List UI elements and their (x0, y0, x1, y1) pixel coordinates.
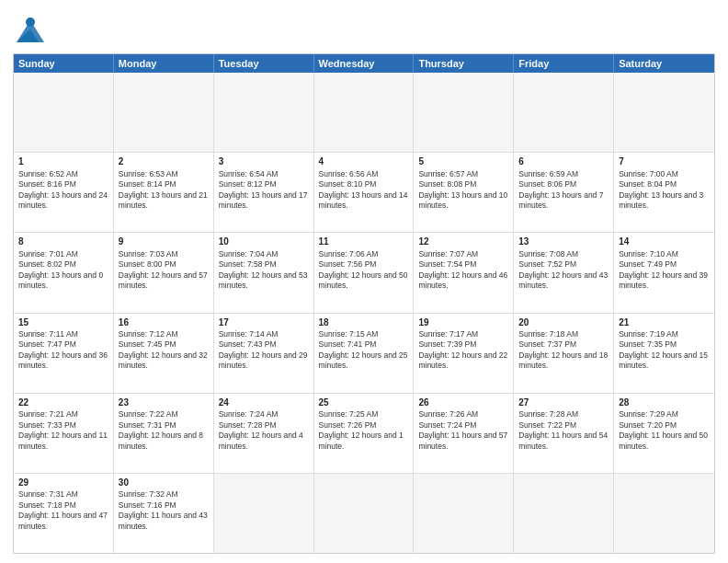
sunrise: Sunrise: 6:56 AM (319, 169, 379, 178)
day-number: 3 (219, 155, 309, 168)
calendar-row (14, 73, 714, 152)
sunset: Sunset: 7:47 PM (18, 339, 76, 349)
daylight: Daylight: 13 hours and 14 minutes. (319, 190, 408, 210)
calendar-cell (214, 73, 314, 152)
daylight: Daylight: 12 hours and 22 minutes. (418, 350, 507, 370)
calendar-cell (314, 474, 415, 553)
daylight: Daylight: 12 hours and 32 minutes. (119, 350, 208, 370)
day-number: 6 (518, 155, 609, 168)
calendar-row: 29Sunrise: 7:31 AMSunset: 7:18 PMDayligh… (14, 473, 714, 553)
calendar-cell (614, 73, 714, 152)
calendar-cell: 5Sunrise: 6:57 AMSunset: 8:08 PMDaylight… (414, 153, 514, 232)
day-number: 24 (219, 396, 309, 409)
calendar-cell: 27Sunrise: 7:28 AMSunset: 7:22 PMDayligh… (514, 394, 614, 473)
sunset: Sunset: 8:08 PM (418, 179, 476, 189)
calendar-cell: 8Sunrise: 7:01 AMSunset: 8:02 PMDaylight… (14, 233, 114, 312)
calendar-body: 1Sunrise: 6:52 AMSunset: 8:16 PMDaylight… (14, 73, 714, 553)
daylight: Daylight: 12 hours and 1 minute. (319, 431, 404, 450)
calendar-cell: 29Sunrise: 7:31 AMSunset: 7:18 PMDayligh… (14, 474, 114, 553)
calendar-cell: 14Sunrise: 7:10 AMSunset: 7:49 PMDayligh… (614, 233, 714, 312)
daylight: Daylight: 11 hours and 47 minutes. (18, 511, 108, 530)
day-number: 18 (319, 316, 409, 329)
header-cell-sunday: Sunday (14, 54, 114, 73)
daylight: Daylight: 12 hours and 4 minutes. (219, 431, 303, 450)
calendar-cell: 2Sunrise: 6:53 AMSunset: 8:14 PMDaylight… (114, 153, 214, 232)
day-number: 14 (619, 236, 710, 248)
calendar-cell: 6Sunrise: 6:59 AMSunset: 8:06 PMDaylight… (514, 153, 614, 232)
calendar-cell: 3Sunrise: 6:54 AMSunset: 8:12 PMDaylight… (214, 153, 314, 232)
daylight: Daylight: 13 hours and 24 minutes. (18, 190, 108, 210)
sunrise: Sunrise: 7:17 AM (418, 329, 478, 339)
daylight: Daylight: 13 hours and 17 minutes. (219, 190, 308, 210)
header (13, 9, 715, 48)
sunset: Sunset: 7:16 PM (119, 500, 176, 510)
header-cell-saturday: Saturday (614, 54, 714, 73)
daylight: Daylight: 11 hours and 50 minutes. (619, 431, 708, 450)
sunset: Sunset: 7:45 PM (119, 339, 176, 349)
daylight: Daylight: 12 hours and 50 minutes. (319, 270, 408, 290)
calendar-cell: 22Sunrise: 7:21 AMSunset: 7:33 PMDayligh… (14, 394, 114, 473)
sunset: Sunset: 7:31 PM (119, 420, 176, 430)
daylight: Daylight: 11 hours and 43 minutes. (119, 511, 208, 530)
day-number: 9 (119, 236, 209, 248)
daylight: Daylight: 13 hours and 3 minutes. (619, 190, 703, 210)
calendar-cell (614, 474, 714, 553)
sunrise: Sunrise: 7:26 AM (418, 409, 478, 419)
daylight: Daylight: 13 hours and 7 minutes. (518, 190, 603, 210)
sunrise: Sunrise: 7:14 AM (219, 329, 279, 339)
calendar-row: 1Sunrise: 6:52 AMSunset: 8:16 PMDaylight… (14, 152, 714, 232)
calendar-cell: 11Sunrise: 7:06 AMSunset: 7:56 PMDayligh… (314, 233, 415, 312)
sunset: Sunset: 8:12 PM (219, 179, 277, 189)
daylight: Daylight: 12 hours and 29 minutes. (219, 350, 308, 370)
daylight: Daylight: 12 hours and 15 minutes. (619, 350, 708, 370)
sunset: Sunset: 8:00 PM (119, 259, 176, 269)
day-number: 15 (18, 316, 108, 329)
sunrise: Sunrise: 7:07 AM (418, 249, 478, 259)
day-number: 2 (119, 155, 209, 168)
sunset: Sunset: 7:28 PM (219, 420, 277, 430)
calendar-row: 15Sunrise: 7:11 AMSunset: 7:47 PMDayligh… (14, 313, 714, 393)
daylight: Daylight: 12 hours and 53 minutes. (219, 270, 308, 290)
calendar-cell: 23Sunrise: 7:22 AMSunset: 7:31 PMDayligh… (114, 394, 214, 473)
calendar-cell (314, 73, 415, 152)
calendar: SundayMondayTuesdayWednesdayThursdayFrid… (13, 53, 715, 554)
day-number: 12 (418, 236, 508, 248)
sunrise: Sunrise: 7:28 AM (518, 409, 578, 419)
day-number: 5 (418, 155, 508, 168)
sunset: Sunset: 7:26 PM (319, 420, 377, 430)
day-number: 19 (418, 316, 508, 329)
sunrise: Sunrise: 7:29 AM (619, 409, 678, 419)
sunrise: Sunrise: 7:21 AM (18, 409, 78, 419)
sunset: Sunset: 8:06 PM (518, 179, 576, 189)
calendar-row: 22Sunrise: 7:21 AMSunset: 7:33 PMDayligh… (14, 393, 714, 473)
calendar-cell: 16Sunrise: 7:12 AMSunset: 7:45 PMDayligh… (114, 314, 214, 393)
sunset: Sunset: 7:56 PM (319, 259, 377, 269)
daylight: Daylight: 12 hours and 43 minutes. (518, 270, 608, 290)
sunset: Sunset: 7:58 PM (219, 259, 277, 269)
calendar-cell (514, 474, 614, 553)
day-number: 20 (518, 316, 609, 329)
sunset: Sunset: 8:16 PM (18, 179, 76, 189)
daylight: Daylight: 12 hours and 18 minutes. (518, 350, 608, 370)
calendar-cell: 18Sunrise: 7:15 AMSunset: 7:41 PMDayligh… (314, 314, 415, 393)
daylight: Daylight: 12 hours and 25 minutes. (319, 350, 408, 370)
calendar-cell (414, 73, 514, 152)
sunset: Sunset: 8:14 PM (119, 179, 176, 189)
sunset: Sunset: 7:52 PM (518, 259, 576, 269)
calendar-row: 8Sunrise: 7:01 AMSunset: 8:02 PMDaylight… (14, 232, 714, 312)
day-number: 22 (18, 396, 108, 409)
sunrise: Sunrise: 7:00 AM (619, 169, 678, 178)
header-cell-friday: Friday (514, 54, 614, 73)
sunset: Sunset: 7:37 PM (518, 339, 576, 349)
calendar-cell: 7Sunrise: 7:00 AMSunset: 8:04 PMDaylight… (614, 153, 714, 232)
day-number: 23 (119, 396, 209, 409)
sunset: Sunset: 7:18 PM (18, 500, 76, 510)
daylight: Daylight: 12 hours and 57 minutes. (119, 270, 208, 290)
calendar-cell: 9Sunrise: 7:03 AMSunset: 8:00 PMDaylight… (114, 233, 214, 312)
page: SundayMondayTuesdayWednesdayThursdayFrid… (0, 0, 728, 563)
calendar-cell: 12Sunrise: 7:07 AMSunset: 7:54 PMDayligh… (414, 233, 514, 312)
day-number: 13 (518, 236, 609, 248)
calendar-header: SundayMondayTuesdayWednesdayThursdayFrid… (14, 54, 714, 73)
sunrise: Sunrise: 7:11 AM (18, 329, 78, 339)
day-number: 28 (619, 396, 710, 409)
